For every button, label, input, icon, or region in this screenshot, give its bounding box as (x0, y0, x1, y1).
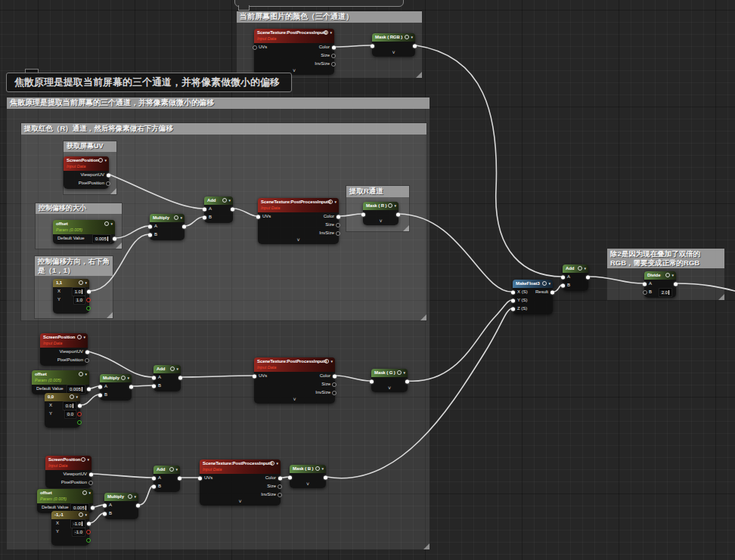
node-const-1-1[interactable]: 1,1▾X1.0Y1.0 (53, 279, 89, 314)
node-header[interactable]: ScreenPositionInput Data▾ (64, 156, 109, 171)
node-header[interactable]: offsetParam (0.005)▾ (32, 370, 89, 385)
header-circle-icon[interactable] (104, 221, 109, 226)
node-screenposition-b[interactable]: ScreenPositionInput Data▾ViewportUVPixel… (45, 456, 91, 488)
pin-pixelposition-output[interactable] (85, 358, 89, 363)
node-header[interactable]: Divide▾ (644, 271, 676, 280)
node-multiply-r[interactable]: Multiply▾AB (150, 214, 185, 240)
pin-a-input[interactable] (148, 224, 152, 228)
collapse-chevron-icon[interactable]: ˅ (363, 218, 399, 225)
pin-a-input[interactable] (203, 207, 206, 211)
node-header[interactable]: ScreenPositionInput Data▾ (40, 333, 88, 348)
collapse-chevron-icon[interactable]: ˅ (254, 397, 335, 404)
pin-viewportuv-output[interactable] (85, 350, 89, 354)
node-header[interactable]: Mask ( G )▾ (371, 369, 408, 377)
pin-color-output[interactable] (278, 476, 282, 480)
header-circle-icon[interactable] (174, 215, 178, 220)
comment-title-caustic-main[interactable]: 焦散原理是提取当前屏幕的三个通道，并将像素做微小的偏移 (7, 97, 430, 109)
comment-resize-handle[interactable] (107, 312, 113, 318)
pin-r-output[interactable] (324, 475, 327, 479)
wire-multiply-g-to-add-g-b[interactable] (132, 385, 153, 386)
collapse-chevron-icon[interactable]: ˅ (200, 499, 281, 506)
pin-b-input[interactable] (203, 215, 206, 219)
header-circle-icon[interactable] (98, 158, 103, 162)
comment-resize-handle[interactable] (420, 314, 426, 320)
node-header[interactable]: MakeFloat3▾ (513, 280, 553, 288)
node-scenetexture-screen[interactable]: SceneTexture:PostProcessInput0Input Data… (254, 29, 334, 75)
node-header[interactable]: Mask ( R )▾ (363, 202, 399, 210)
header-dropdown-icon[interactable]: ▾ (330, 360, 333, 364)
pin-color-output[interactable] (332, 45, 336, 49)
pin-b-input[interactable] (98, 393, 102, 397)
header-dropdown-icon[interactable]: ▾ (88, 491, 91, 495)
comment-resize-handle[interactable] (718, 294, 724, 300)
node-add-final[interactable]: Add▾AB (563, 265, 588, 291)
comment-title-red-channel-section[interactable]: 提取红色（R）通道，然后将像素做右下方偏移 (21, 123, 426, 135)
comment-resize-handle[interactable] (116, 243, 122, 249)
header-circle-icon[interactable] (397, 370, 402, 375)
node-header[interactable]: Add▾ (154, 466, 180, 474)
node-mask-g[interactable]: Mask ( G )▾˅ (371, 369, 408, 392)
pin-size-output[interactable] (331, 54, 336, 58)
header-dropdown-icon[interactable]: ▾ (394, 204, 396, 208)
header-circle-icon[interactable] (542, 281, 547, 286)
pin-uvs-input[interactable] (253, 374, 256, 378)
pin-b-input[interactable] (148, 233, 152, 237)
pin-uvs-input[interactable] (198, 476, 202, 480)
node-header[interactable]: SceneTexture:PostProcessInput0Input Data… (200, 459, 281, 474)
value-box[interactable]: -1.0 (73, 528, 85, 536)
pin-a-input[interactable] (103, 503, 107, 507)
node-multiply-g[interactable]: Multiply▾AB (100, 374, 132, 401)
pin-default-value-output[interactable] (87, 387, 91, 391)
node-header[interactable]: 1,1▾ (53, 279, 89, 287)
comment-title-screen-uv[interactable]: 获取屏幕UV (64, 141, 116, 152)
header-circle-icon[interactable] (665, 273, 670, 277)
pin-default-value-output[interactable] (113, 237, 116, 240)
header-dropdown-icon[interactable]: ▾ (104, 159, 107, 162)
header-dropdown-icon[interactable]: ▾ (85, 373, 87, 376)
pin-r-output[interactable] (86, 538, 91, 543)
value-box[interactable]: 0.005 (67, 385, 85, 393)
pin-x-output[interactable] (87, 289, 91, 293)
header-circle-icon[interactable] (222, 198, 227, 203)
value-box[interactable]: 2.0 (659, 289, 671, 296)
header-circle-icon[interactable] (79, 372, 83, 376)
header-dropdown-icon[interactable]: ▾ (87, 458, 89, 462)
node-header[interactable]: -1,-1▾ (51, 511, 89, 519)
node-header[interactable]: ScreenPositionInput Data▾ (45, 456, 91, 470)
node-makefloat3[interactable]: MakeFloat3▾X (S)ResultY (S)Z (S) (513, 280, 553, 314)
node-screenposition-g[interactable]: ScreenPositionInput Data▾ViewportUVPixel… (40, 333, 88, 366)
pin-viewportuv-output[interactable] (107, 173, 110, 177)
pin-a-output[interactable] (674, 282, 678, 286)
value-box[interactable]: -1.0 (71, 520, 85, 528)
header-circle-icon[interactable] (270, 461, 274, 466)
pin-a-input[interactable] (152, 476, 156, 480)
header-dropdown-icon[interactable]: ▾ (175, 468, 178, 472)
header-circle-icon[interactable] (405, 35, 409, 39)
node-header[interactable]: Multiply▾ (150, 214, 185, 222)
pin-a-input[interactable] (561, 275, 565, 279)
pin-invsize-output[interactable] (332, 391, 336, 395)
pin-size-output[interactable] (332, 382, 336, 387)
node-add-r[interactable]: Add▾AB (204, 196, 233, 223)
node-header[interactable]: Mask ( B )▾ (290, 465, 326, 473)
pin-z-s--input[interactable] (511, 307, 515, 311)
node-header[interactable]: SceneTexture:PostProcessInput0Input Data… (258, 198, 339, 212)
header-dropdown-icon[interactable]: ▾ (110, 222, 113, 226)
pin-default-value-output[interactable] (91, 506, 95, 509)
pin-r-output[interactable] (77, 420, 82, 425)
pin-l-input[interactable] (370, 379, 374, 383)
pin-viewportuv-output[interactable] (89, 472, 93, 476)
node-mask-b[interactable]: Mask ( B )▾˅ (290, 465, 326, 488)
pin-a-output[interactable] (586, 275, 590, 279)
node-header[interactable]: offsetParam (0.005)▾ (37, 489, 93, 503)
pin-y-output[interactable] (77, 412, 82, 416)
comment-title-offset-size[interactable]: 控制偏移的大小 (36, 203, 122, 214)
comment-title-screen-color[interactable]: 当前屏幕图片的颜色（三个通道） (237, 11, 422, 23)
pin-l-input[interactable] (361, 212, 365, 216)
pin-a-output[interactable] (178, 476, 181, 480)
comment-title-offset-direction[interactable]: 控制偏移方向，右下角是（1，1） (35, 256, 113, 276)
node-screenposition-r[interactable]: ScreenPositionInput Data▾ViewportUVPixel… (64, 156, 109, 189)
comment-resize-handle[interactable] (416, 72, 422, 78)
pin-a-output[interactable] (231, 207, 234, 211)
comment-resize-handle[interactable] (423, 543, 430, 549)
